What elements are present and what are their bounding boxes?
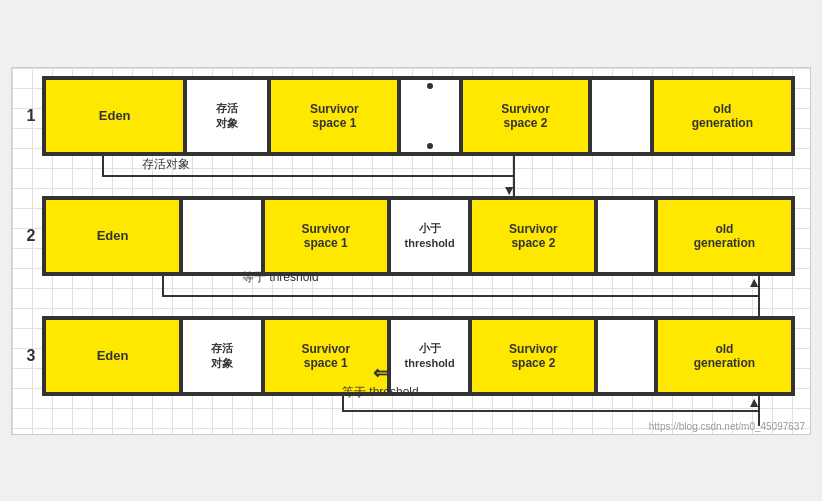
- connector-2: 等于 threshold ▲: [42, 276, 795, 316]
- conn3-label: 等于 threshold: [342, 383, 419, 400]
- old-2: oldgeneration: [656, 198, 793, 274]
- dot-top-1: [427, 83, 433, 89]
- row-number-3: 3: [20, 316, 42, 396]
- space3b-3: [596, 318, 655, 394]
- living-objects-1: 存活对象 ⇒: [185, 78, 269, 154]
- survivor1-2: Survivorspace 1: [263, 198, 389, 274]
- space2b-2: [596, 198, 655, 274]
- conn1-line: [102, 175, 515, 177]
- watermark: https://blog.csdn.net/m0_45097637: [649, 421, 805, 432]
- connector-1: 存活对象 ▼: [42, 156, 795, 196]
- conn3-arrow-up: ▲: [747, 394, 761, 410]
- row-2-cells: Eden Survivorspace 1 小于threshold ⇒ Survi…: [42, 196, 795, 276]
- old-1: oldgeneration: [652, 78, 793, 154]
- survivor1-3: Survivorspace 1: [263, 318, 389, 394]
- conn1-label: 存活对象: [142, 155, 190, 172]
- survivor2-3: Survivorspace 2: [470, 318, 596, 394]
- old-3: oldgeneration: [656, 318, 793, 394]
- survivor1-1: Survivorspace 1: [269, 78, 399, 154]
- threshold-2: 小于threshold ⇒: [389, 198, 471, 274]
- threshold-label-3: 小于threshold: [405, 341, 455, 370]
- conn2-vert-left: [162, 276, 164, 296]
- row-1-cells: Eden 存活对象 ⇒ Survivorspace 1 Survivorspac…: [42, 76, 795, 156]
- conn3-line: [342, 410, 760, 412]
- eden-1: Eden: [44, 78, 185, 154]
- row-number-2: 2: [20, 196, 42, 276]
- space1a-2: [181, 198, 263, 274]
- eden-2: Eden: [44, 198, 181, 274]
- conn1-vertical-left: [102, 156, 104, 176]
- living-label-3: 存活对象: [211, 341, 233, 370]
- survivor2-1: Survivorspace 2: [461, 78, 591, 154]
- dot-bottom-1: [427, 143, 433, 149]
- conn2-line: [162, 295, 760, 297]
- gc-diagram: 1 Eden 存活对象 ⇒ Survivorspace 1 Survivorsp…: [11, 67, 811, 435]
- survivor2-2: Survivorspace 2: [470, 198, 596, 274]
- arrow-from-survivor2-3: ⇐: [373, 362, 388, 384]
- living-3: 存活对象 ⇒: [181, 318, 263, 394]
- row-2: 2 Eden Survivorspace 1 小于threshold ⇒ Sur…: [20, 196, 795, 276]
- threshold-label-2: 小于threshold: [405, 221, 455, 250]
- conn2-arrow-up: ▲: [747, 274, 761, 290]
- row-1: 1 Eden 存活对象 ⇒ Survivorspace 1 Survivorsp…: [20, 76, 795, 156]
- space2b-1: [590, 78, 651, 154]
- space1b-1: [399, 78, 460, 154]
- threshold-3: 小于threshold ⇐: [389, 318, 471, 394]
- living-label-1: 存活对象: [216, 101, 238, 130]
- conn2-label: 等于 threshold: [242, 268, 319, 285]
- row-number-1: 1: [20, 76, 42, 156]
- conn3-vert-left: [342, 396, 344, 411]
- eden-3: Eden: [44, 318, 181, 394]
